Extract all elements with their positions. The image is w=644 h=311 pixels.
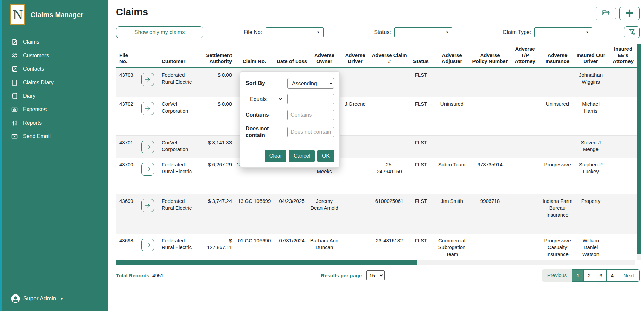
cell-customer: Federated Rural Electric (158, 234, 196, 260)
cell-adverse_driver (340, 194, 370, 234)
cell-adverse_claim: 25- 247941150 (370, 158, 409, 194)
sidebar-item-contacts[interactable]: Contacts (2, 62, 108, 76)
sidebar-item-diary[interactable]: Diary (2, 89, 108, 103)
cell-adverse_insurance (541, 68, 574, 97)
add-claim-button[interactable] (619, 7, 640, 20)
cell-file_no: 43703 (116, 68, 137, 97)
cell-customer: Federated Rural Electric (158, 68, 196, 97)
cell-adverse_tp_attorney (509, 136, 541, 158)
results-per-page-select[interactable]: 15 (366, 270, 385, 280)
cell-file_no: 43701 (116, 136, 137, 158)
sidebar-item-send-email[interactable]: Send Email (2, 130, 108, 143)
column-header-adverse_driver: Adverse Driver (340, 52, 370, 68)
cell-adverse_tp_attorney (509, 97, 541, 135)
sidebar-item-label: Claims (23, 39, 39, 45)
does-not-contain-input[interactable] (287, 127, 334, 137)
page-title: Claims (116, 7, 148, 18)
open-claim-button[interactable] (141, 102, 154, 115)
cell-adverse_adjuster: Uninsured (433, 97, 471, 135)
sidebar-item-reports[interactable]: Reports (2, 116, 108, 130)
vertical-scrollbar-thumb[interactable] (637, 44, 641, 254)
total-records-label: Total Records: (116, 273, 151, 278)
cell-adverse_adjuster: Commercial Subrogation Team (433, 234, 471, 260)
column-header-settlement: Settlement Authority (196, 52, 233, 68)
clear-filters-button[interactable] (624, 26, 640, 38)
open-claim-button[interactable] (141, 163, 154, 176)
cell-adverse_tp_attorney (509, 68, 541, 97)
ok-button[interactable]: OK (317, 150, 334, 162)
contains-label: Contains (246, 112, 283, 118)
open-claim-button[interactable] (141, 141, 154, 153)
file-no-select[interactable]: ▼ (266, 27, 324, 37)
diary-icon (11, 93, 18, 99)
page-button-2[interactable]: 2 (584, 269, 595, 282)
cell-adverse_tp_attorney (509, 234, 541, 260)
cell-adverse_driver (340, 234, 370, 260)
cell-adverse_policy (471, 97, 509, 135)
page-button-1[interactable]: 1 (572, 269, 584, 282)
sidebar-item-claims[interactable]: Claims (2, 35, 108, 49)
open-claim-button[interactable] (141, 73, 154, 86)
page-button-4[interactable]: 4 (607, 269, 618, 282)
claim-type-select[interactable]: ▼ (534, 27, 592, 37)
cell-settlement: $ 6,267.29 (196, 158, 233, 194)
cell-adverse_claim (370, 68, 409, 97)
cell-adverse_policy: 9906718 (471, 194, 509, 234)
column-header-file_no: File No. (116, 52, 137, 68)
app-title: Claims Manager (31, 11, 83, 19)
sidebar-item-label: Claims Diary (23, 80, 54, 86)
next-page-button[interactable]: Next (618, 269, 640, 282)
open-folder-button[interactable] (596, 7, 616, 20)
sidebar-item-label: Contacts (23, 66, 44, 72)
column-header-insured_ee_attorney: Insured EE's Attorney (608, 46, 639, 67)
cell-adverse_tp_attorney (509, 158, 541, 194)
cell-adverse_policy: 973735914 (471, 158, 509, 194)
page-button-3[interactable]: 3 (595, 269, 607, 282)
cell-adverse_insurance (541, 136, 574, 158)
cell-adverse_insurance: Uninsured (541, 97, 574, 135)
cell-adverse_claim (370, 136, 409, 158)
cell-adverse_insurance: Progressive (541, 158, 574, 194)
cell-adverse_policy (471, 234, 509, 260)
open-claim-button[interactable] (141, 199, 154, 212)
column-header-insured_our_driver: Insured Our Driver (574, 52, 608, 68)
cell-status: FLST (409, 158, 433, 194)
status-select[interactable]: ▼ (394, 27, 452, 37)
folder-open-icon (601, 9, 611, 19)
cell-settlement: $ 127,867.11 (196, 234, 233, 260)
column-header-open (137, 65, 158, 67)
contains-input[interactable] (287, 110, 334, 120)
cell-file_no: 43700 (116, 158, 137, 194)
open-claim-button[interactable] (141, 239, 154, 251)
sidebar-item-claims-diary[interactable]: Claims Diary (2, 76, 108, 89)
clear-button[interactable]: Clear (265, 150, 286, 162)
show-only-my-claims-button[interactable]: Show only my claims (116, 26, 203, 38)
sidebar-item-expenses[interactable]: Expenses (2, 103, 108, 116)
plus-icon (624, 9, 635, 19)
sidebar-item-label: Expenses (23, 106, 47, 113)
cell-date_of_loss: 04/23/2025 (275, 194, 308, 234)
operator-select[interactable]: Equals (246, 94, 283, 104)
caret-down-icon: ▼ (317, 31, 320, 34)
table-body: 43703Federated Rural Electric$ 0.00's cF… (116, 68, 639, 260)
logo-row: N Claims Manager (2, 0, 108, 30)
cancel-button[interactable]: Cancel (289, 150, 315, 162)
vertical-scrollbar[interactable] (637, 44, 641, 260)
cell-settlement: $ 3,141.33 (196, 136, 233, 158)
previous-page-button[interactable]: Previous (542, 269, 572, 282)
sidebar-item-customers[interactable]: Customers (2, 49, 108, 62)
column-header-adverse_tp_attorney: Adverse T/P Attorney (509, 46, 541, 67)
cell-open (137, 158, 158, 194)
cell-insured_ee_attorney (608, 68, 639, 97)
table-footer: Total Records: 4951 Results per page: 15… (116, 268, 640, 283)
sidebar: N Claims Manager ClaimsCustomersContacts… (2, 0, 108, 311)
equals-value-input[interactable] (287, 94, 334, 104)
cell-adverse_driver (340, 68, 370, 97)
user-menu[interactable]: Super Admin ▼ (2, 289, 108, 311)
sort-by-label: Sort By (246, 80, 283, 87)
customers-icon (11, 52, 18, 59)
cell-open (137, 68, 158, 97)
sort-order-select[interactable]: Ascending (287, 78, 334, 89)
horizontal-scrollbar[interactable] (116, 260, 635, 265)
horizontal-scrollbar-thumb[interactable] (116, 260, 417, 265)
